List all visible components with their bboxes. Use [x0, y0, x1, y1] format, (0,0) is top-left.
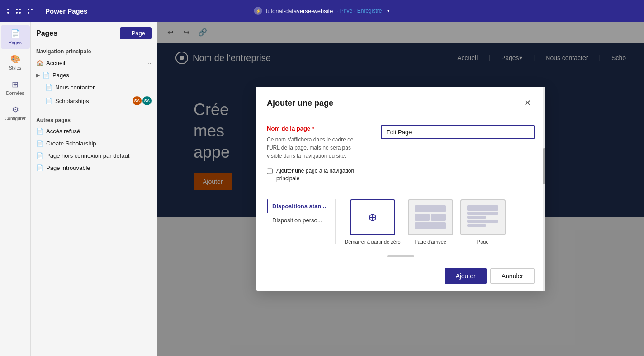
- layout-card-blank: ⊕: [350, 199, 395, 235]
- layout-option-landing[interactable]: Page d'arrivée: [408, 199, 453, 244]
- layout-card-landing: [408, 199, 453, 235]
- nav-item-pages[interactable]: ▶ 📄 Pages: [31, 69, 157, 81]
- modal-overlay: Ajouter une page ✕ Nom de la page * Ce n…: [157, 22, 644, 356]
- sidebar-item-configure[interactable]: ⚙ Configurer: [1, 101, 30, 125]
- configure-icon: ⚙: [12, 105, 19, 115]
- accueil-more-icon[interactable]: ···: [146, 59, 152, 66]
- modal-scrollbar-track: [543, 87, 545, 291]
- add-button[interactable]: Ajouter: [445, 268, 486, 284]
- app-grid-icon[interactable]: [7, 9, 38, 14]
- pages-icon: 📄: [10, 29, 20, 39]
- site-chevron-icon[interactable]: ▾: [387, 8, 390, 14]
- layout-card-page: [460, 199, 506, 235]
- data-label: Données: [6, 91, 24, 96]
- field-description: Ce nom s'affichera dans le cadre de l'UR…: [267, 136, 366, 160]
- acces-refuse-label: Accès refusé: [46, 128, 152, 135]
- page-hors-connexion-icon: 📄: [36, 152, 43, 159]
- configure-label: Configurer: [5, 116, 26, 121]
- modal-body: Nom de la page * Ce nom s'affichera dans…: [256, 116, 545, 192]
- badge-sa-orange: SA: [133, 96, 142, 105]
- topbar-site-info: ⚡ tutorial-dataverse-website - Privé - E…: [254, 7, 390, 15]
- page-introuvable-icon: 📄: [36, 164, 43, 171]
- nous-contacter-label: Nous contacter: [55, 84, 152, 91]
- pages-nav-icon: 📄: [43, 72, 50, 79]
- nav-item-nous-contacter[interactable]: 📄 Nous contacter: [31, 81, 157, 94]
- pages-sidebar: Pages + Page Navigation principale 🏠 Acc…: [31, 22, 157, 356]
- nav-item-accueil[interactable]: 🏠 Accueil ···: [31, 56, 157, 69]
- page-hors-connexion-label: Page hors connexion par défaut: [46, 152, 152, 159]
- data-icon: ⊞: [12, 80, 19, 89]
- layout-tabs: Dispositions stan... Disposition perso..…: [267, 199, 336, 244]
- create-scholarship-icon: 📄: [36, 140, 43, 147]
- modal-left-panel: Nom de la page * Ce nom s'affichera dans…: [267, 125, 366, 183]
- modal-right-panel: [381, 125, 535, 183]
- scholarships-badges: SA SA: [133, 96, 152, 105]
- page-sketch: [465, 203, 500, 231]
- app-title: Power Pages: [45, 7, 87, 15]
- nav-principale-label: Navigation principale: [31, 45, 157, 56]
- pages-label: Pages: [9, 40, 21, 45]
- page-name-input[interactable]: [381, 125, 535, 139]
- nav-checkbox[interactable]: [267, 168, 273, 174]
- tab-standard[interactable]: Dispositions stan...: [267, 199, 331, 213]
- nav-item-page-introuvable[interactable]: 📄 Page introuvable: [31, 162, 157, 174]
- styles-icon: 🎨: [10, 54, 20, 64]
- checkbox-label: Ajouter une page à la navigation princip…: [276, 167, 366, 183]
- site-status: - Privé - Enregistré: [336, 8, 382, 14]
- nav-item-scholarships[interactable]: 📄 Scholarships SA SA: [31, 94, 157, 108]
- page-introuvable-label: Page introuvable: [46, 164, 152, 171]
- acces-refuse-icon: 📄: [36, 128, 43, 135]
- scholarships-label: Scholarships: [55, 98, 130, 104]
- sidebar-item-pages[interactable]: 📄 Pages: [1, 25, 30, 49]
- create-scholarship-label: Create Scholarship: [46, 140, 152, 147]
- layout-options: ⊕ Démarrer à partir de zéro: [336, 199, 535, 244]
- landing-sketch: [413, 203, 448, 231]
- field-label: Nom de la page *: [267, 125, 366, 132]
- accueil-icon: 🏠: [36, 60, 43, 66]
- sidebar-item-data[interactable]: ⊞ Données: [1, 76, 30, 99]
- layout-landing-label: Page d'arrivée: [414, 239, 446, 244]
- content-area: ↩ ↪ 🔗 Nom de l'entreprise Accueil | Page…: [157, 22, 644, 356]
- layout-blank-label: Démarrer à partir de zéro: [345, 239, 401, 244]
- modal-header: Ajouter une page ✕: [256, 87, 545, 116]
- checkbox-row: Ajouter une page à la navigation princip…: [267, 167, 366, 183]
- sidebar-title: Pages: [36, 29, 57, 37]
- layout-option-page[interactable]: Page: [460, 199, 506, 244]
- sidebar-header: Pages + Page: [31, 27, 157, 45]
- icon-sidebar: 📄 Pages 🎨 Styles ⊞ Données ⚙ Configurer …: [0, 22, 31, 356]
- site-icon: ⚡: [254, 7, 262, 15]
- main-layout: 📄 Pages 🎨 Styles ⊞ Données ⚙ Configurer …: [0, 22, 644, 356]
- modal-footer: Ajouter Annuler: [256, 261, 545, 291]
- pages-nav-label: Pages: [52, 72, 152, 79]
- more-options-button[interactable]: ···: [8, 128, 23, 143]
- layout-option-blank[interactable]: ⊕ Démarrer à partir de zéro: [345, 199, 401, 244]
- scholarships-icon: 📄: [45, 98, 52, 104]
- nav-item-page-hors-connexion[interactable]: 📄 Page hors connexion par défaut: [31, 150, 157, 162]
- layout-page-label: Page: [477, 239, 489, 244]
- modal-close-button[interactable]: ✕: [520, 96, 535, 110]
- scroll-indicator: [387, 255, 414, 257]
- add-page-button[interactable]: + Page: [120, 27, 152, 39]
- nav-item-create-scholarship[interactable]: 📄 Create Scholarship: [31, 137, 157, 150]
- badge-sa-teal: SA: [142, 96, 152, 105]
- plus-icon: ⊕: [368, 211, 377, 224]
- nous-contacter-icon: 📄: [45, 84, 52, 91]
- styles-label: Styles: [9, 66, 21, 70]
- pages-chevron-icon: ▶: [36, 72, 40, 78]
- add-page-modal: Ajouter une page ✕ Nom de la page * Ce n…: [256, 87, 545, 291]
- site-name: tutorial-dataverse-website: [266, 8, 333, 14]
- topbar: Power Pages ⚡ tutorial-dataverse-website…: [0, 0, 644, 22]
- modal-scrollbar-thumb[interactable]: [543, 148, 545, 184]
- cancel-button[interactable]: Annuler: [490, 268, 535, 284]
- nav-item-acces-refuse[interactable]: 📄 Accès refusé: [31, 125, 157, 137]
- modal-title: Ajouter une page: [267, 98, 333, 108]
- autres-pages-label: Autres pages: [31, 113, 157, 125]
- accueil-label: Accueil: [46, 60, 143, 66]
- sidebar-item-styles[interactable]: 🎨 Styles: [1, 51, 30, 74]
- layout-section: Dispositions stan... Disposition perso..…: [256, 192, 545, 252]
- tab-custom[interactable]: Disposition perso...: [267, 213, 331, 227]
- scroll-indicator-container: [256, 252, 545, 261]
